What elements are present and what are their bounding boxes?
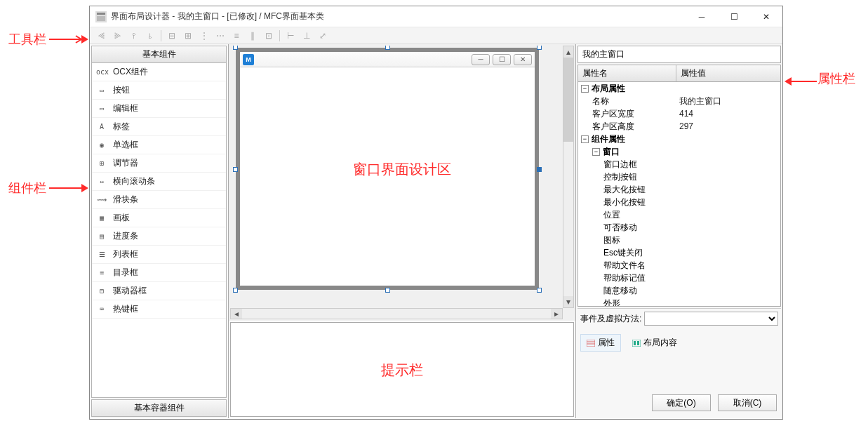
canvas-minimize-icon[interactable]: ─ (472, 54, 490, 65)
component-item[interactable]: ⌨热键框 (92, 300, 226, 319)
prop-value[interactable]: 我的主窗口 (676, 95, 780, 107)
close-button[interactable]: ✕ (750, 6, 782, 27)
component-label: 标签 (113, 121, 130, 133)
cancel-button[interactable]: 取消(C) (718, 394, 777, 411)
canvas-close-icon[interactable]: ✕ (514, 54, 532, 65)
annotation-hint: 提示栏 (381, 360, 423, 379)
component-item[interactable]: ⊟驱动器框 (92, 282, 226, 300)
prop-name: 帮助标记值 (578, 272, 676, 284)
prop-row[interactable]: 窗口边框 (578, 158, 780, 171)
canvas-maximize-icon[interactable]: ☐ (493, 54, 511, 65)
resize-handle[interactable] (233, 46, 238, 50)
resize-handle[interactable] (385, 46, 390, 50)
tab-layout-content[interactable]: 布局内容 (627, 334, 683, 352)
collapse-icon[interactable]: − (581, 85, 589, 93)
component-item[interactable]: ▦画板 (92, 209, 226, 227)
prop-row[interactable]: 外形 (578, 297, 780, 307)
same-size-icon[interactable]: ⊡ (261, 29, 276, 43)
resize-handle[interactable] (233, 288, 238, 293)
prop-row[interactable]: 名称我的主窗口 (578, 95, 780, 107)
prop-group[interactable]: −窗口 (578, 145, 780, 158)
components-list: ocxOCX组件▭按钮▭编辑框A标签◉单选框⊞调节器↔横向滚动条⟿滑块条▦画板▤… (91, 63, 227, 398)
prop-row[interactable]: 最小化按钮 (578, 196, 780, 208)
component-item[interactable]: ☰列表框 (92, 246, 226, 264)
center-v-icon[interactable]: ⊥ (299, 29, 314, 43)
dist-v-icon[interactable]: ⋯ (213, 29, 228, 43)
prop-row[interactable]: 客户区高度297 (578, 120, 780, 133)
prop-value[interactable]: 414 (676, 109, 780, 119)
prop-row[interactable]: 位置 (578, 208, 780, 221)
ok-button[interactable]: 确定(O) (652, 394, 711, 411)
resize-handle[interactable] (233, 167, 238, 172)
align-h-center-icon[interactable]: ⊟ (164, 29, 180, 43)
minimize-button[interactable]: ─ (686, 6, 718, 27)
component-item[interactable]: ⟿滑块条 (92, 191, 226, 209)
canvas-titlebar[interactable]: M ─ ☐ ✕ (240, 52, 535, 67)
align-right-icon[interactable]: ⫸ (110, 29, 126, 43)
prop-group[interactable]: −布局属性 (578, 82, 780, 95)
scroll-thumb[interactable] (563, 58, 573, 142)
design-vscrollbar[interactable]: ▴ ▾ (563, 46, 574, 308)
component-label: 画板 (113, 212, 130, 224)
prop-row[interactable]: 最大化按钮 (578, 183, 780, 196)
properties-icon (587, 340, 595, 347)
components-panel: 基本组件 ocxOCX组件▭按钮▭编辑框A标签◉单选框⊞调节器↔横向滚动条⟿滑块… (90, 44, 229, 418)
component-item[interactable]: ◉单选框 (92, 136, 226, 154)
component-icon: ▦ (96, 214, 107, 222)
component-item[interactable]: ocxOCX组件 (92, 63, 226, 81)
dist-h-icon[interactable]: ⋮ (196, 29, 212, 43)
prop-row[interactable]: 帮助标记值 (578, 272, 780, 284)
prop-name: 图标 (578, 234, 676, 246)
component-item[interactable]: ⊞调节器 (92, 154, 226, 173)
titlebar[interactable]: 界面布局设计器 - 我的主窗口 - [已修改] / MFC界面基本类 ─ ☐ ✕ (90, 6, 782, 27)
scroll-up-icon[interactable]: ▴ (563, 46, 573, 58)
resize-handle[interactable] (537, 46, 542, 50)
design-hscrollbar[interactable]: ◂ ▸ (230, 308, 563, 319)
selected-object-name: 我的主窗口 (577, 46, 781, 63)
component-item[interactable]: ▭按钮 (92, 81, 226, 100)
same-width-icon[interactable]: ≡ (229, 29, 244, 43)
prop-row[interactable]: 随意移动 (578, 284, 780, 297)
container-components-header[interactable]: 基本容器组件 (91, 399, 227, 417)
prop-row[interactable]: 可否移动 (578, 221, 780, 234)
same-height-icon[interactable]: ∥ (245, 29, 260, 43)
prop-group[interactable]: −组件属性 (578, 133, 780, 145)
scroll-left-icon[interactable]: ◂ (231, 309, 242, 319)
prop-row[interactable]: Esc键关闭 (578, 246, 780, 259)
resize-handle[interactable] (385, 288, 390, 293)
design-area[interactable]: M ─ ☐ ✕ 窗口界面设计区 ▴ ▾ (229, 44, 575, 321)
center-h-icon[interactable]: ⊢ (283, 29, 298, 43)
tab-properties[interactable]: 属性 (580, 334, 621, 352)
component-item[interactable]: A标签 (92, 118, 226, 136)
prop-row[interactable]: 客户区宽度414 (578, 107, 780, 120)
arrow-toolbar (49, 34, 88, 45)
dialog-buttons: 确定(O) 取消(C) (577, 389, 781, 417)
prop-name: 最大化按钮 (578, 184, 676, 196)
event-select[interactable] (644, 312, 778, 326)
align-v-center-icon[interactable]: ⊞ (180, 29, 196, 43)
prop-row[interactable]: 帮助文件名 (578, 259, 780, 272)
prop-row[interactable]: 控制按钮 (578, 171, 780, 183)
align-left-icon[interactable]: ⫷ (94, 29, 109, 43)
maximize-button[interactable]: ☐ (718, 6, 750, 27)
component-item[interactable]: ▭编辑框 (92, 100, 226, 118)
component-item[interactable]: ↔横向滚动条 (92, 173, 226, 191)
scroll-down-icon[interactable]: ▾ (563, 296, 573, 307)
separator (161, 30, 161, 41)
test-icon[interactable]: ⤢ (315, 29, 330, 43)
component-item[interactable]: ≡目录框 (92, 264, 226, 282)
component-label: 热键框 (113, 303, 138, 315)
collapse-icon[interactable]: − (592, 148, 600, 156)
prop-name: 可否移动 (578, 222, 676, 234)
component-item[interactable]: ▤进度条 (92, 227, 226, 246)
resize-handle[interactable] (537, 167, 542, 172)
prop-row[interactable]: 图标 (578, 234, 780, 246)
prop-value[interactable]: 297 (676, 121, 780, 131)
arrow-props (784, 76, 817, 87)
align-top-icon[interactable]: ⫯ (126, 29, 142, 43)
align-bottom-icon[interactable]: ⫰ (142, 29, 158, 43)
scroll-right-icon[interactable]: ▸ (551, 309, 562, 319)
basic-components-header[interactable]: 基本组件 (91, 46, 227, 63)
collapse-icon[interactable]: − (581, 135, 589, 143)
resize-handle[interactable] (537, 288, 542, 293)
